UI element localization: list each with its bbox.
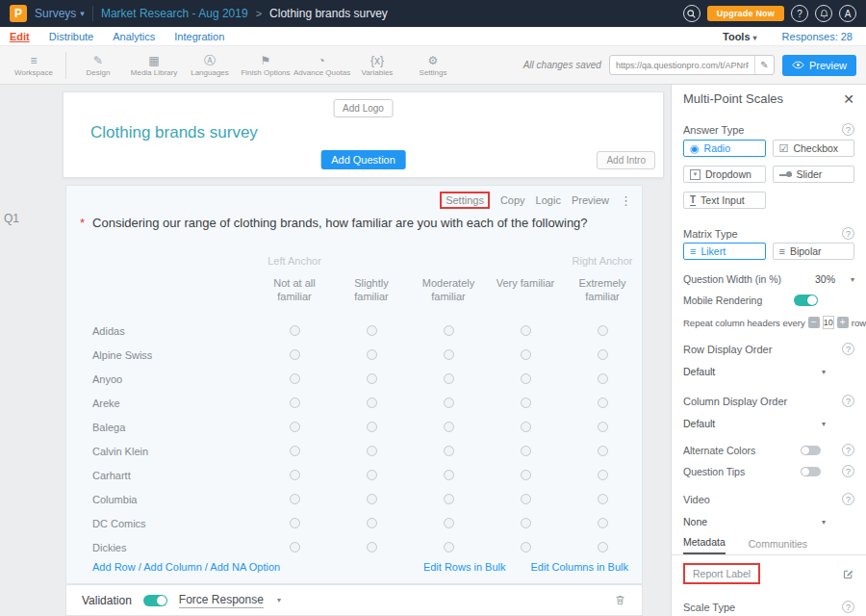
edit-columns-in-bulk-link[interactable]: Edit Columns in Bulk bbox=[531, 561, 629, 573]
radio-button[interactable] bbox=[367, 470, 377, 480]
breadcrumb-project[interactable]: Market Research - Aug 2019 bbox=[101, 7, 248, 20]
question-copy-button[interactable]: Copy bbox=[500, 194, 525, 206]
help-icon[interactable]: ? bbox=[842, 343, 854, 355]
radio-button[interactable] bbox=[521, 373, 531, 384]
surveys-menu[interactable]: Surveys ▾ bbox=[35, 7, 85, 20]
radio-button[interactable] bbox=[598, 446, 608, 456]
radio-button[interactable] bbox=[598, 470, 608, 480]
report-label-field[interactable]: Report Label bbox=[683, 563, 760, 584]
radio-button[interactable] bbox=[290, 518, 300, 528]
toolbar-item-workspace[interactable]: ≡ Workspace bbox=[6, 54, 62, 77]
matrix-row-label[interactable]: Alpine Swiss bbox=[92, 349, 256, 361]
delete-question-icon[interactable] bbox=[614, 594, 626, 606]
answer-type-radio[interactable]: ◉ Radio bbox=[683, 140, 766, 157]
radio-button[interactable] bbox=[521, 446, 531, 456]
help-icon[interactable]: ? bbox=[842, 395, 854, 407]
radio-button[interactable] bbox=[367, 518, 377, 528]
radio-button[interactable] bbox=[521, 325, 531, 336]
radio-button[interactable] bbox=[367, 398, 377, 408]
plus-button[interactable]: + bbox=[837, 317, 849, 328]
radio-button[interactable] bbox=[367, 422, 377, 432]
validation-toggle[interactable] bbox=[143, 595, 167, 606]
column-header[interactable]: Very familiar bbox=[487, 276, 564, 304]
radio-button[interactable] bbox=[290, 446, 300, 456]
radio-button[interactable] bbox=[521, 422, 531, 432]
add-column-link[interactable]: Add Column bbox=[143, 561, 202, 573]
question-width-value[interactable]: 30% bbox=[815, 273, 835, 285]
matrix-row-label[interactable]: Areke bbox=[92, 398, 256, 409]
minus-button[interactable]: − bbox=[808, 317, 820, 328]
radio-button[interactable] bbox=[444, 470, 454, 480]
survey-url-input[interactable] bbox=[610, 61, 754, 70]
row-display-order-select[interactable]: Default ▾ bbox=[683, 366, 854, 377]
radio-button[interactable] bbox=[521, 470, 531, 480]
tab-metadata[interactable]: Metadata bbox=[683, 536, 726, 554]
matrix-row-label[interactable]: Dickies bbox=[92, 542, 256, 553]
matrix-row-label[interactable]: Balega bbox=[92, 422, 256, 433]
matrix-row-label[interactable]: Adidas bbox=[92, 325, 256, 337]
radio-button[interactable] bbox=[521, 542, 531, 552]
answer-type-dropdown[interactable]: ▼ Dropdown bbox=[683, 166, 766, 183]
radio-button[interactable] bbox=[521, 349, 531, 360]
radio-button[interactable] bbox=[367, 349, 377, 360]
matrix-type-likert[interactable]: ≡ Likert bbox=[683, 243, 766, 260]
answer-type-checkbox[interactable]: ☑ Checkbox bbox=[773, 140, 855, 157]
help-icon[interactable]: ? bbox=[842, 227, 854, 240]
tab-edit[interactable]: Edit bbox=[10, 31, 30, 42]
radio-button[interactable] bbox=[598, 422, 608, 432]
column-header[interactable]: Extremely familiar bbox=[564, 276, 641, 304]
tab-analytics[interactable]: Analytics bbox=[113, 31, 155, 42]
column-header[interactable]: Not at all familiar bbox=[256, 276, 333, 304]
toolbar-item-languages[interactable]: Ⓐ Languages bbox=[182, 54, 238, 77]
radio-button[interactable] bbox=[521, 494, 531, 504]
radio-button[interactable] bbox=[444, 542, 454, 552]
notifications-bell-icon[interactable] bbox=[815, 5, 832, 22]
matrix-row-label[interactable]: Columbia bbox=[92, 494, 256, 505]
edit-url-icon[interactable]: ✎ bbox=[754, 56, 774, 74]
radio-button[interactable] bbox=[367, 542, 377, 552]
radio-button[interactable] bbox=[290, 470, 300, 480]
question-text[interactable]: Considering our range of clothing brands… bbox=[92, 216, 588, 230]
video-select[interactable]: None ▾ bbox=[683, 516, 854, 527]
radio-button[interactable] bbox=[521, 518, 531, 528]
radio-button[interactable] bbox=[521, 398, 531, 408]
help-icon[interactable]: ? bbox=[842, 123, 854, 136]
help-icon[interactable]: ? bbox=[842, 601, 854, 613]
answer-type-text-input[interactable]: T Text Input bbox=[683, 192, 766, 209]
matrix-row-label[interactable]: Carhartt bbox=[92, 470, 256, 481]
column-header[interactable]: Moderately familiar bbox=[410, 276, 487, 304]
radio-button[interactable] bbox=[444, 422, 454, 432]
radio-button[interactable] bbox=[290, 422, 300, 432]
radio-button[interactable] bbox=[367, 325, 377, 336]
edit-report-label-icon[interactable] bbox=[842, 568, 854, 580]
question-settings-button[interactable]: Settings bbox=[440, 192, 490, 209]
radio-button[interactable] bbox=[290, 349, 300, 360]
add-question-button[interactable]: Add Question bbox=[320, 150, 406, 169]
help-icon[interactable]: ? bbox=[791, 5, 808, 22]
edit-rows-in-bulk-link[interactable]: Edit Rows in Bulk bbox=[423, 561, 506, 573]
alternate-colors-toggle[interactable] bbox=[801, 446, 821, 455]
radio-button[interactable] bbox=[290, 494, 300, 504]
mobile-rendering-toggle[interactable] bbox=[794, 295, 818, 306]
toolbar-item-design[interactable]: ✎ Design bbox=[70, 54, 126, 77]
tab-distribute[interactable]: Distribute bbox=[49, 31, 93, 42]
radio-button[interactable] bbox=[444, 446, 454, 456]
radio-button[interactable] bbox=[290, 325, 300, 336]
answer-type-slider[interactable]: Slider bbox=[773, 166, 855, 183]
toolbar-item-finish-options[interactable]: ⚑ Finish Options bbox=[238, 54, 293, 77]
app-logo[interactable]: P bbox=[10, 5, 27, 22]
column-header[interactable]: Slightly familiar bbox=[333, 276, 410, 304]
search-icon[interactable] bbox=[683, 5, 700, 22]
radio-button[interactable] bbox=[444, 494, 454, 504]
preview-button[interactable]: Preview bbox=[782, 55, 856, 76]
radio-button[interactable] bbox=[598, 542, 608, 552]
radio-button[interactable] bbox=[444, 325, 454, 336]
avatar[interactable]: A bbox=[839, 5, 856, 22]
close-icon[interactable]: ✕ bbox=[843, 92, 854, 106]
toolbar-item-variables[interactable]: {x} Variables bbox=[349, 54, 405, 77]
radio-button[interactable] bbox=[598, 494, 608, 504]
matrix-row-label[interactable]: Calvin Klein bbox=[92, 446, 256, 457]
radio-button[interactable] bbox=[598, 398, 608, 408]
radio-button[interactable] bbox=[598, 325, 608, 336]
question-tips-toggle[interactable] bbox=[801, 467, 821, 476]
